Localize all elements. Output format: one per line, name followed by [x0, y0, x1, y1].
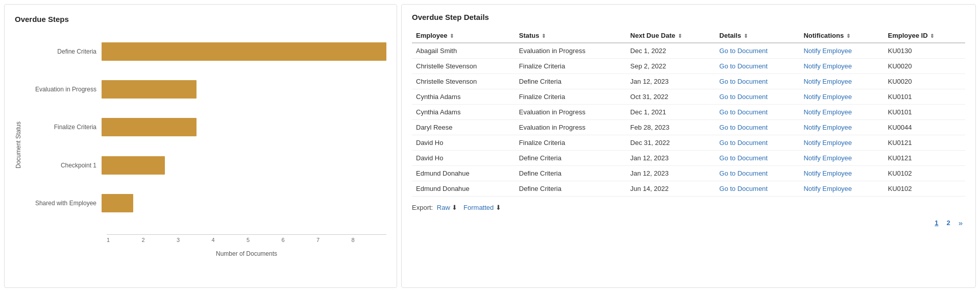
- go-to-document-link[interactable]: Go to Document: [719, 169, 768, 177]
- cell-nextDueDate: Jan 12, 2023: [626, 166, 715, 181]
- pagination-next-button[interactable]: »: [956, 217, 965, 228]
- cell-details[interactable]: Go to Document: [715, 181, 799, 197]
- cell-notifications[interactable]: Notify Employee: [799, 89, 884, 105]
- table-header-row: Employee ⇕Status ⇕Next Due Date ⇕Details…: [412, 29, 965, 43]
- cell-employee: Cynthia Adams: [412, 89, 515, 105]
- bar-fill: [102, 156, 165, 175]
- cell-notifications[interactable]: Notify Employee: [799, 105, 884, 120]
- cell-nextDueDate: Oct 31, 2022: [626, 89, 715, 105]
- pagination: 12»: [412, 217, 965, 228]
- sort-icon: ⇕: [929, 33, 935, 39]
- go-to-document-link[interactable]: Go to Document: [719, 62, 768, 70]
- notify-employee-link[interactable]: Notify Employee: [803, 93, 852, 101]
- notify-employee-link[interactable]: Notify Employee: [803, 62, 852, 70]
- cell-notifications[interactable]: Notify Employee: [799, 43, 884, 59]
- go-to-document-link[interactable]: Go to Document: [719, 185, 768, 192]
- cell-details[interactable]: Go to Document: [715, 105, 799, 120]
- cell-notifications[interactable]: Notify Employee: [799, 59, 884, 74]
- go-to-document-link[interactable]: Go to Document: [719, 124, 768, 131]
- x-tick: 1: [107, 237, 142, 247]
- cell-notifications[interactable]: Notify Employee: [799, 151, 884, 166]
- bar-chart: Document Status Define CriteriaEvaluatio…: [15, 33, 386, 257]
- sort-icon: ⇕: [541, 33, 546, 39]
- bar-row: Shared with Employee: [25, 190, 386, 216]
- cell-status: Evaluation in Progress: [515, 120, 626, 135]
- cell-employee-id: KU0044: [884, 120, 965, 135]
- notify-employee-link[interactable]: Notify Employee: [803, 108, 852, 116]
- cell-employee: Edmund Donahue: [412, 166, 515, 181]
- cell-notifications[interactable]: Notify Employee: [799, 181, 884, 197]
- cell-notifications[interactable]: Notify Employee: [799, 135, 884, 151]
- cell-details[interactable]: Go to Document: [715, 59, 799, 74]
- notify-employee-link[interactable]: Notify Employee: [803, 124, 852, 131]
- column-header[interactable]: Employee ID ⇕: [884, 29, 965, 43]
- bar-label: Finalize Criteria: [25, 124, 102, 131]
- page-button-2[interactable]: 2: [944, 218, 952, 228]
- cell-nextDueDate: Dec 1, 2021: [626, 105, 715, 120]
- table-row: Cynthia AdamsFinalize CriteriaOct 31, 20…: [412, 89, 965, 105]
- go-to-document-link[interactable]: Go to Document: [719, 139, 768, 147]
- cell-employee: Cynthia Adams: [412, 105, 515, 120]
- cell-employee-id: KU0130: [884, 43, 965, 59]
- cell-details[interactable]: Go to Document: [715, 43, 799, 59]
- x-tick: 5: [247, 237, 282, 247]
- chart-inner: Define CriteriaEvaluation in ProgressFin…: [25, 33, 386, 257]
- notify-employee-link[interactable]: Notify Employee: [803, 47, 852, 55]
- column-header[interactable]: Details ⇕: [715, 29, 799, 43]
- notify-employee-link[interactable]: Notify Employee: [803, 185, 852, 192]
- cell-details[interactable]: Go to Document: [715, 89, 799, 105]
- cell-notifications[interactable]: Notify Employee: [799, 120, 884, 135]
- go-to-document-link[interactable]: Go to Document: [719, 108, 768, 116]
- bar-label: Evaluation in Progress: [25, 86, 102, 93]
- go-to-document-link[interactable]: Go to Document: [719, 78, 768, 85]
- cell-employee-id: KU0121: [884, 151, 965, 166]
- cell-details[interactable]: Go to Document: [715, 166, 799, 181]
- bar-fill: [102, 118, 197, 136]
- bar-track: [102, 42, 386, 61]
- cell-status: Evaluation in Progress: [515, 105, 626, 120]
- cell-details[interactable]: Go to Document: [715, 151, 799, 166]
- cell-nextDueDate: Jun 14, 2022: [626, 181, 715, 197]
- notify-employee-link[interactable]: Notify Employee: [803, 139, 852, 147]
- export-row: Export: Raw ⬇ Formatted ⬇: [412, 204, 965, 211]
- go-to-document-link[interactable]: Go to Document: [719, 154, 768, 162]
- sort-icon: ⇕: [742, 33, 748, 39]
- cell-employee: Christelle Stevenson: [412, 59, 515, 74]
- column-header[interactable]: Next Due Date ⇕: [626, 29, 715, 43]
- export-formatted-link[interactable]: Formatted: [463, 204, 494, 211]
- notify-employee-link[interactable]: Notify Employee: [803, 169, 852, 177]
- cell-employee-id: KU0102: [884, 166, 965, 181]
- column-header[interactable]: Status ⇕: [515, 29, 626, 43]
- bar-label: Checkpoint 1: [25, 162, 102, 169]
- sort-icon: ⇕: [845, 33, 850, 39]
- cell-nextDueDate: Sep 2, 2022: [626, 59, 715, 74]
- cell-employee-id: KU0020: [884, 74, 965, 89]
- cell-status: Finalize Criteria: [515, 89, 626, 105]
- cell-details[interactable]: Go to Document: [715, 74, 799, 89]
- bar-row: Checkpoint 1: [25, 152, 386, 179]
- cell-notifications[interactable]: Notify Employee: [799, 74, 884, 89]
- cell-employee-id: KU0020: [884, 59, 965, 74]
- x-tick: 3: [177, 237, 212, 247]
- go-to-document-link[interactable]: Go to Document: [719, 93, 768, 101]
- sort-icon: ⇕: [448, 33, 454, 39]
- cell-details[interactable]: Go to Document: [715, 120, 799, 135]
- cell-employee-id: KU0121: [884, 135, 965, 151]
- cell-notifications[interactable]: Notify Employee: [799, 166, 884, 181]
- go-to-document-link[interactable]: Go to Document: [719, 47, 768, 55]
- column-header[interactable]: Employee ⇕: [412, 29, 515, 43]
- column-header[interactable]: Notifications ⇕: [799, 29, 884, 43]
- export-raw-link[interactable]: Raw: [437, 204, 450, 211]
- cell-employee: David Ho: [412, 135, 515, 151]
- x-tick: 8: [352, 237, 387, 247]
- sort-icon: ⇕: [676, 33, 682, 39]
- bar-track: [102, 80, 386, 99]
- notify-employee-link[interactable]: Notify Employee: [803, 78, 852, 85]
- notify-employee-link[interactable]: Notify Employee: [803, 154, 852, 162]
- table-row: Christelle StevensonFinalize CriteriaSep…: [412, 59, 965, 74]
- x-tick: 6: [282, 237, 317, 247]
- page-button-1[interactable]: 1: [932, 218, 941, 228]
- cell-employee: Daryl Reese: [412, 120, 515, 135]
- bars-container: Define CriteriaEvaluation in ProgressFin…: [25, 33, 386, 234]
- cell-details[interactable]: Go to Document: [715, 135, 799, 151]
